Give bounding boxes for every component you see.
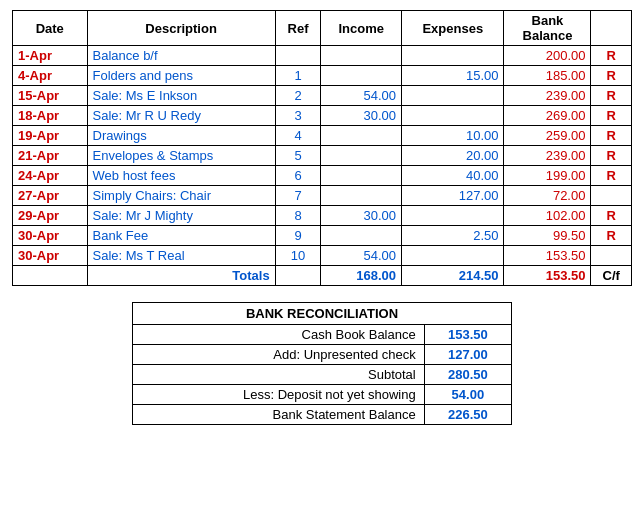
cell-expense bbox=[402, 86, 504, 106]
cell-date: 18-Apr bbox=[13, 106, 88, 126]
col-header-marker bbox=[591, 11, 632, 46]
cell-marker: R bbox=[591, 66, 632, 86]
cell-marker: R bbox=[591, 146, 632, 166]
cell-marker: R bbox=[591, 206, 632, 226]
recon-value: 153.50 bbox=[424, 325, 511, 345]
cell-date: 4-Apr bbox=[13, 66, 88, 86]
cell-income: 54.00 bbox=[321, 86, 402, 106]
cell-ref: 5 bbox=[275, 146, 321, 166]
cell-marker: R bbox=[591, 106, 632, 126]
cell-description: Envelopes & Stamps bbox=[87, 146, 275, 166]
recon-row: Add: Unpresented check127.00 bbox=[133, 345, 512, 365]
cell-marker: R bbox=[591, 46, 632, 66]
cell-income: 30.00 bbox=[321, 106, 402, 126]
totals-label: Totals bbox=[87, 266, 275, 286]
totals-date-cell bbox=[13, 266, 88, 286]
cell-income: 30.00 bbox=[321, 206, 402, 226]
cell-income bbox=[321, 146, 402, 166]
totals-marker: C/f bbox=[591, 266, 632, 286]
cell-income bbox=[321, 226, 402, 246]
cell-description: Sale: Mr J Mighty bbox=[87, 206, 275, 226]
cell-balance: 199.00 bbox=[504, 166, 591, 186]
cash-book-table: Date Description Ref Income Expenses Ban… bbox=[12, 10, 632, 286]
table-row: 30-AprSale: Ms T Real1054.00153.50 bbox=[13, 246, 632, 266]
cell-ref: 10 bbox=[275, 246, 321, 266]
recon-title: BANK RECONCILIATION bbox=[133, 303, 512, 325]
table-row: 21-AprEnvelopes & Stamps520.00239.00R bbox=[13, 146, 632, 166]
cell-balance: 269.00 bbox=[504, 106, 591, 126]
cell-balance: 239.00 bbox=[504, 86, 591, 106]
cell-marker bbox=[591, 246, 632, 266]
recon-label: Subtotal bbox=[133, 365, 425, 385]
cell-description: Bank Fee bbox=[87, 226, 275, 246]
cell-date: 30-Apr bbox=[13, 246, 88, 266]
cell-description: Sale: Mr R U Redy bbox=[87, 106, 275, 126]
cell-ref: 9 bbox=[275, 226, 321, 246]
cell-income bbox=[321, 46, 402, 66]
cell-expense bbox=[402, 106, 504, 126]
cell-ref: 6 bbox=[275, 166, 321, 186]
cell-expense: 127.00 bbox=[402, 186, 504, 206]
recon-value: 226.50 bbox=[424, 405, 511, 425]
col-header-ref: Ref bbox=[275, 11, 321, 46]
totals-balance: 153.50 bbox=[504, 266, 591, 286]
cell-date: 19-Apr bbox=[13, 126, 88, 146]
col-header-description: Description bbox=[87, 11, 275, 46]
cell-balance: 259.00 bbox=[504, 126, 591, 146]
recon-value: 280.50 bbox=[424, 365, 511, 385]
cell-expense bbox=[402, 46, 504, 66]
cell-marker: R bbox=[591, 226, 632, 246]
table-row: 18-AprSale: Mr R U Redy330.00269.00R bbox=[13, 106, 632, 126]
cell-description: Web host fees bbox=[87, 166, 275, 186]
cell-date: 21-Apr bbox=[13, 146, 88, 166]
cell-expense: 15.00 bbox=[402, 66, 504, 86]
col-header-date: Date bbox=[13, 11, 88, 46]
cell-expense: 20.00 bbox=[402, 146, 504, 166]
recon-value: 54.00 bbox=[424, 385, 511, 405]
table-row: 1-AprBalance b/f200.00R bbox=[13, 46, 632, 66]
cell-ref: 7 bbox=[275, 186, 321, 206]
cell-marker: R bbox=[591, 86, 632, 106]
cell-date: 27-Apr bbox=[13, 186, 88, 206]
cell-expense: 40.00 bbox=[402, 166, 504, 186]
cell-income: 54.00 bbox=[321, 246, 402, 266]
table-row: 24-AprWeb host fees640.00199.00R bbox=[13, 166, 632, 186]
table-row: 27-AprSimply Chairs: Chair7127.0072.00 bbox=[13, 186, 632, 206]
recon-label: Add: Unpresented check bbox=[133, 345, 425, 365]
cell-date: 30-Apr bbox=[13, 226, 88, 246]
table-row: 30-AprBank Fee92.5099.50R bbox=[13, 226, 632, 246]
totals-income: 168.00 bbox=[321, 266, 402, 286]
col-header-expenses: Expenses bbox=[402, 11, 504, 46]
cell-ref bbox=[275, 46, 321, 66]
totals-row: Totals168.00214.50153.50C/f bbox=[13, 266, 632, 286]
cell-description: Sale: Ms E Inkson bbox=[87, 86, 275, 106]
recon-value: 127.00 bbox=[424, 345, 511, 365]
totals-expense: 214.50 bbox=[402, 266, 504, 286]
cell-ref: 2 bbox=[275, 86, 321, 106]
cell-marker: R bbox=[591, 126, 632, 146]
cell-description: Sale: Ms T Real bbox=[87, 246, 275, 266]
cell-ref: 8 bbox=[275, 206, 321, 226]
cell-date: 15-Apr bbox=[13, 86, 88, 106]
cell-ref: 3 bbox=[275, 106, 321, 126]
cell-expense: 2.50 bbox=[402, 226, 504, 246]
cell-income bbox=[321, 166, 402, 186]
cell-balance: 200.00 bbox=[504, 46, 591, 66]
bank-reconciliation-table: BANK RECONCILIATION Cash Book Balance153… bbox=[132, 302, 512, 425]
recon-label: Cash Book Balance bbox=[133, 325, 425, 345]
table-row: 15-AprSale: Ms E Inkson254.00239.00R bbox=[13, 86, 632, 106]
table-row: 4-AprFolders and pens115.00185.00R bbox=[13, 66, 632, 86]
cell-expense: 10.00 bbox=[402, 126, 504, 146]
cell-balance: 72.00 bbox=[504, 186, 591, 206]
recon-row: Bank Statement Balance226.50 bbox=[133, 405, 512, 425]
cell-balance: 153.50 bbox=[504, 246, 591, 266]
cell-income bbox=[321, 126, 402, 146]
recon-label: Bank Statement Balance bbox=[133, 405, 425, 425]
table-row: 29-AprSale: Mr J Mighty830.00102.00R bbox=[13, 206, 632, 226]
cell-expense bbox=[402, 206, 504, 226]
recon-row: Cash Book Balance153.50 bbox=[133, 325, 512, 345]
totals-ref-cell bbox=[275, 266, 321, 286]
cell-description: Drawings bbox=[87, 126, 275, 146]
cell-income bbox=[321, 186, 402, 206]
cell-description: Simply Chairs: Chair bbox=[87, 186, 275, 206]
